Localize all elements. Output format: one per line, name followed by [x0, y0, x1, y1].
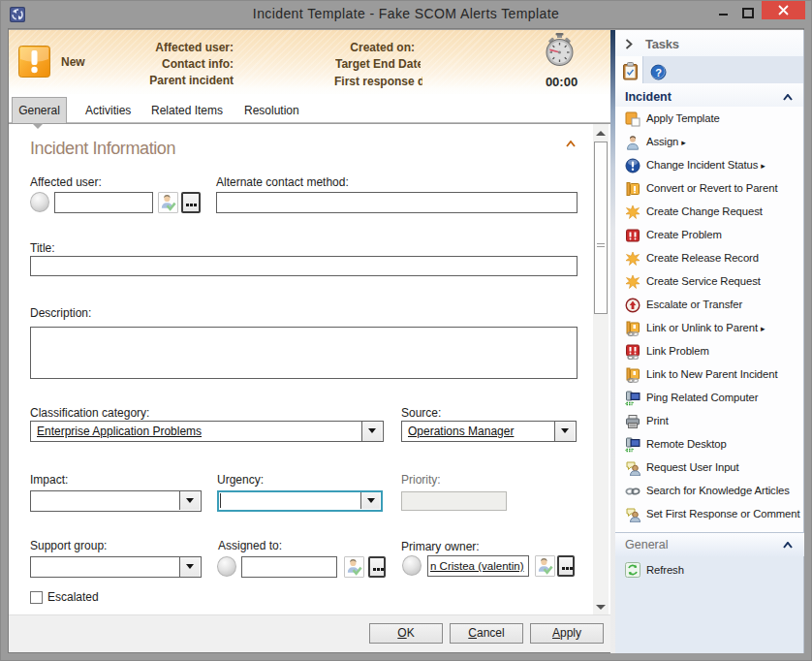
- svg-text:?: ?: [655, 67, 662, 79]
